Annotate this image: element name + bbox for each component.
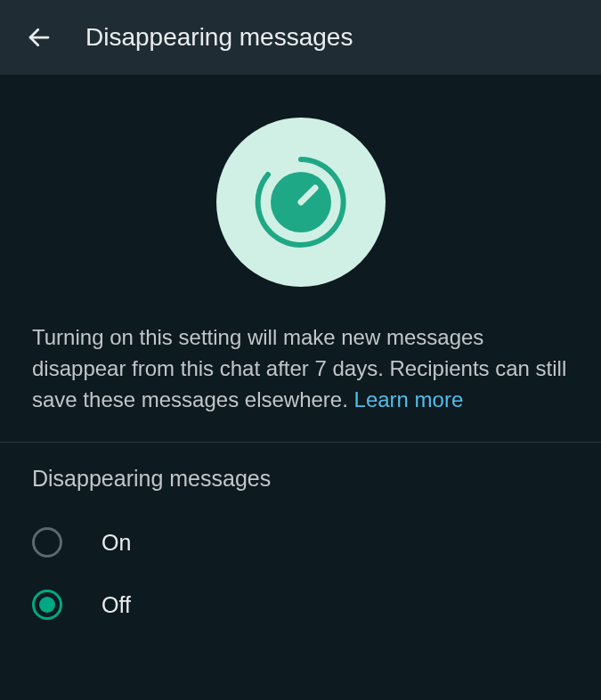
radio-label-on: On bbox=[102, 530, 131, 556]
illustration-background bbox=[216, 118, 386, 287]
header: Disappearing messages bbox=[0, 0, 601, 75]
content-area: Turning on this setting will make new me… bbox=[0, 75, 601, 636]
radio-indicator-off bbox=[32, 590, 62, 620]
description-body: Turning on this setting will make new me… bbox=[32, 325, 566, 411]
radio-indicator-on bbox=[32, 527, 62, 558]
section-title: Disappearing messages bbox=[0, 443, 601, 511]
radio-option-on[interactable]: On bbox=[32, 511, 569, 574]
timer-icon bbox=[248, 149, 354, 256]
arrow-left-icon bbox=[26, 24, 53, 51]
page-title: Disappearing messages bbox=[85, 23, 353, 52]
radio-option-off[interactable]: Off bbox=[32, 574, 569, 636]
back-button[interactable] bbox=[21, 20, 57, 55]
illustration-area bbox=[0, 75, 601, 322]
description-text: Turning on this setting will make new me… bbox=[0, 322, 601, 442]
learn-more-link[interactable]: Learn more bbox=[354, 387, 464, 411]
radio-group: On Off bbox=[0, 511, 601, 636]
radio-label-off: Off bbox=[102, 592, 131, 618]
